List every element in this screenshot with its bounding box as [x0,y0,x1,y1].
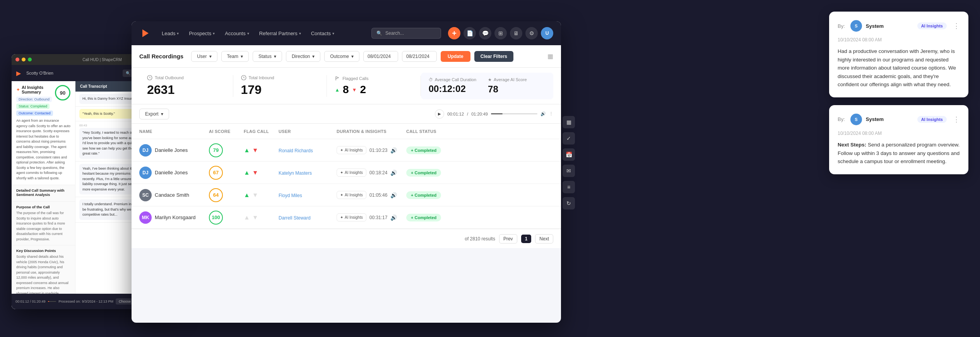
user-link-4[interactable]: Darrell Steward [279,215,311,221]
flag-down-2[interactable]: ▼ [252,169,258,176]
flag-down-1[interactable]: ▼ [252,147,258,154]
grid-button[interactable]: ⊞ [494,27,507,39]
flag-up-3[interactable]: ▲ [244,192,250,199]
cell-duration-2: ✦ AI Insights 00:18:24 🔊 [337,168,406,177]
audio-icon-1[interactable]: 🔊 [390,147,397,153]
star-icon: ★ [488,77,492,82]
insights-card-2: By: S System AI Insights ⋮ 10/10/2024 08… [829,105,968,174]
flagged-up-value: 8 [343,83,349,96]
flagged-calls-values: ▲ 8 ▼ 2 [335,83,413,96]
user-link-1[interactable]: Ronald Richards [279,148,313,153]
ai-star-icon-4: ✦ [340,215,343,220]
audio-separator: / [467,112,468,116]
user-link-2[interactable]: Katelyn Masters [279,170,312,176]
audio-player: ▶ 00:01:12 / 01:20:49 🔊 ⋮ [435,109,553,119]
documents-button[interactable]: 📄 [463,27,476,39]
volume-icon[interactable]: 🔊 [540,111,546,116]
next-page-button[interactable]: Next [535,234,553,243]
table-row: DJ Danielle Jones 79 ▲ ▼ Ronald Richards… [132,139,561,162]
page-title: Call Recordings [139,53,183,60]
play-button[interactable]: ▶ [435,109,444,119]
insights-author-2: System [866,116,884,122]
total-outbound-value: 2631 [147,83,225,97]
clear-filters-button[interactable]: Clear Filters [474,51,513,62]
insights-menu-1[interactable]: ⋮ [953,22,960,30]
ai-insights-btn-4[interactable]: ✦ AI Insights [337,213,366,221]
cell-user-2: Katelyn Masters [279,169,337,176]
flag-up-1[interactable]: ▲ [244,147,250,154]
nav-referral-partners[interactable]: Referral Partners ▾ [255,28,305,39]
outcome-filter[interactable]: Outcome ▾ [324,51,359,62]
add-button[interactable]: + [448,27,460,39]
nav-accounts[interactable]: Accounts ▾ [221,28,253,39]
global-search[interactable]: 🔍 Search... [371,28,441,39]
score-badge-1: 79 [209,143,223,157]
current-page[interactable]: 1 [521,235,532,243]
audio-icon-3[interactable]: 🔊 [390,192,397,198]
duration-text-1: 01:10:23 [369,148,388,153]
ai-insights-btn-2[interactable]: ✦ AI Insights [337,168,366,177]
contact-name-4: Marilyn Korsgaard [155,214,196,220]
export-button[interactable]: Export ▾ [139,109,169,119]
chat-button[interactable]: 💬 [479,27,491,39]
nav-leads[interactable]: Leads ▾ [158,28,183,39]
ai-insights-btn-3[interactable]: ✦ AI Insights [337,191,366,199]
purpose-text: The purpose of the call was for Scotty t… [16,211,70,242]
audio-icon-4[interactable]: 🔊 [390,214,397,221]
flag-up-2[interactable]: ▲ [244,169,250,176]
insights-avatar-1: S [850,20,862,32]
audio-progress-bar[interactable] [491,113,537,114]
titlebar-close-dot[interactable] [15,58,19,61]
date-to-input[interactable] [402,51,437,62]
audio-icon-2[interactable]: 🔊 [390,170,397,176]
insights-text-2: Next Steps: Send a personalized program … [838,141,960,166]
flag-down-3[interactable]: ▼ [252,192,258,199]
side-refresh-icon[interactable]: ↻ [563,197,575,209]
flagged-calls-stat: Flagged Calls ▲ 8 ▼ 2 [327,76,421,96]
side-mail-icon[interactable]: ✉ [563,165,575,177]
status-filter[interactable]: Status ▾ [253,51,282,62]
user-avatar[interactable]: U [541,27,553,39]
nav-contacts[interactable]: Contacts ▾ [307,28,338,39]
table-row: SC Candace Smith 64 ▲ ▼ Floyd Miles ✦ AI… [132,184,561,206]
processed-time: Processed on: 9/3/2024 - 12:13 PM [58,300,113,303]
settings-button[interactable]: ⚙ [525,27,538,39]
purpose-title: Purpose of the Call [16,205,70,209]
direction-filter[interactable]: Direction ▾ [286,51,320,62]
cell-name-4: MK Marilyn Korsgaard [139,211,209,224]
side-list-icon[interactable]: ≡ [563,181,575,193]
titlebar-minimize-dot[interactable] [22,58,26,61]
flag-down-4[interactable]: ▼ [252,214,258,221]
stats-row: Total Outbound 2631 Total Inbound 179 Fl… [132,68,561,104]
side-check-icon[interactable]: ✓ [563,132,575,145]
chart-icon[interactable]: ▦ [547,53,553,60]
playback-progress[interactable] [48,301,56,302]
more-options-icon[interactable]: ⋮ [549,111,553,116]
ai-insights-btn-1[interactable]: ✦ AI Insights [337,146,366,154]
team-filter[interactable]: Team ▾ [221,51,249,62]
flag-up-4[interactable]: ▲ [244,214,250,221]
score-badge-2: 67 [209,166,223,180]
ai-score-circle: 90 [55,85,70,100]
prev-page-button[interactable]: Prev [499,234,517,243]
insights-badge-1[interactable]: AI Insights [917,22,947,29]
user-filter[interactable]: User ▾ [191,51,217,62]
screen-button[interactable]: 🖥 [510,27,522,39]
pagination-bar: of 2810 results Prev 1 Next [132,229,561,248]
avg-score-stat: ★ Average AI Score 78 [488,77,527,95]
th-status: Call Status [406,129,457,134]
insights-badge-2[interactable]: AI Insights [917,116,947,123]
user-link-3[interactable]: Floyd Miles [279,193,302,198]
side-chart-icon[interactable]: ▦ [563,116,575,128]
outcome-tag: Outcome: Contacted [16,111,53,116]
duration-text-2: 00:18:24 [369,170,388,175]
call-recordings-table: DJ Danielle Jones 79 ▲ ▼ Ronald Richards… [132,139,561,229]
update-button[interactable]: Update [441,51,470,62]
insights-menu-2[interactable]: ⋮ [953,115,960,124]
date-from-input[interactable] [363,51,398,62]
spark-icon: ✦ [16,87,20,92]
side-calendar-icon[interactable]: 📅 [563,148,575,161]
cell-score-1: 79 [209,143,244,157]
nav-prospects[interactable]: Prospects ▾ [185,28,219,39]
titlebar-expand-dot[interactable] [28,58,32,61]
